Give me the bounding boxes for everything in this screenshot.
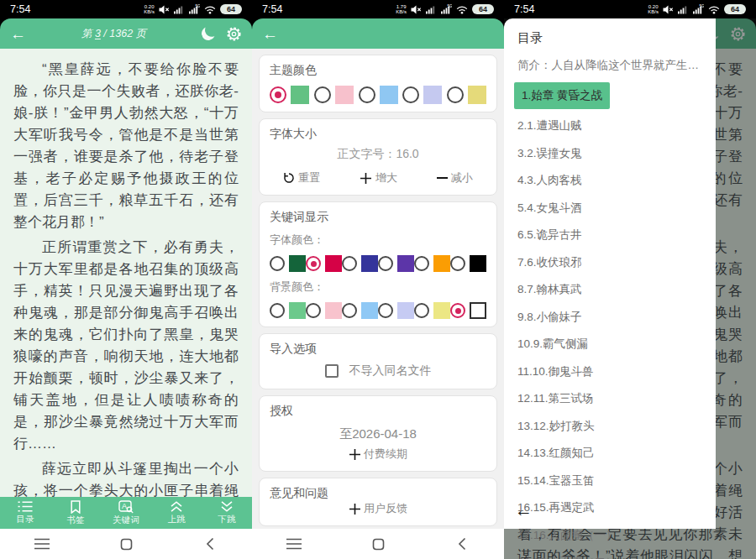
radio-icon[interactable] xyxy=(270,256,285,271)
color-swatch[interactable] xyxy=(289,302,306,319)
radio-icon[interactable] xyxy=(414,256,429,271)
settings-gear-icon[interactable] xyxy=(226,26,242,42)
toc-item[interactable]: 15.14.宝器玉笛 xyxy=(517,473,704,488)
color-option[interactable] xyxy=(414,302,450,319)
color-option[interactable] xyxy=(270,255,306,272)
color-option[interactable] xyxy=(378,255,414,272)
recents-button[interactable] xyxy=(0,529,84,559)
page-prefix: 第 xyxy=(81,28,95,39)
toc-item[interactable]: 16.15.再遇定武 xyxy=(517,500,704,515)
toc-back-arrow[interactable]: ← xyxy=(515,501,533,519)
color-option[interactable] xyxy=(378,302,414,319)
radio-icon[interactable] xyxy=(342,256,357,271)
current-page[interactable]: 3 xyxy=(95,28,101,39)
toc-item[interactable]: 7.6.收伏琅邪 xyxy=(517,255,704,270)
color-swatch[interactable] xyxy=(289,255,306,272)
toc-item[interactable]: 10.9.霸气侧漏 xyxy=(517,337,704,352)
color-swatch[interactable] xyxy=(335,86,354,104)
toc-item[interactable]: 18.17.人面瘤（二） xyxy=(517,555,704,559)
toolbar-keyword[interactable]: A关键词 xyxy=(101,497,151,529)
toc-item[interactable]: 4.3.人肉客栈 xyxy=(517,173,704,188)
radio-selected-icon[interactable] xyxy=(270,86,286,103)
color-swatch[interactable] xyxy=(433,255,450,272)
color-option[interactable] xyxy=(414,255,450,272)
toolbar-bookmark[interactable]: 书签 xyxy=(50,497,101,529)
radio-icon[interactable] xyxy=(414,303,429,318)
color-option[interactable] xyxy=(342,302,378,319)
color-swatch[interactable] xyxy=(397,302,414,319)
color-option[interactable] xyxy=(447,86,486,104)
color-swatch[interactable] xyxy=(380,86,398,104)
night-mode-icon[interactable] xyxy=(200,25,217,42)
color-swatch[interactable] xyxy=(325,255,342,272)
radio-icon[interactable] xyxy=(378,303,393,318)
home-button[interactable] xyxy=(84,529,168,559)
color-swatch[interactable] xyxy=(397,255,414,272)
back-arrow-icon[interactable]: ← xyxy=(262,26,278,42)
keyword-bg-color-options xyxy=(270,302,486,319)
color-option[interactable] xyxy=(342,255,378,272)
increase-font-button[interactable]: 增大 xyxy=(360,170,397,185)
toc-item[interactable]: 11.10.御鬼斗兽 xyxy=(517,364,704,379)
toc-intro-item[interactable]: 简介：人自从降临这个世界就产生了与之相… xyxy=(517,58,704,73)
radio-icon[interactable] xyxy=(314,86,331,103)
color-swatch[interactable] xyxy=(470,255,486,272)
color-swatch[interactable] xyxy=(468,86,486,104)
radio-icon[interactable] xyxy=(359,86,375,103)
color-option[interactable] xyxy=(306,255,342,272)
toc-item[interactable]: 14.13.红颜知己 xyxy=(517,446,704,461)
toc-item[interactable]: 5.4.女鬼斗酒 xyxy=(517,201,704,216)
keyword-font-color-options xyxy=(270,255,486,272)
toc-item[interactable]: 6.5.诡异古井 xyxy=(517,227,704,243)
radio-selected-icon[interactable] xyxy=(306,256,321,271)
radio-icon[interactable] xyxy=(270,303,285,318)
radio-selected-icon[interactable] xyxy=(450,303,465,318)
home-button[interactable] xyxy=(336,529,420,559)
toolbar-jump-up[interactable]: 上跳 xyxy=(151,497,202,529)
radio-icon[interactable] xyxy=(378,256,393,271)
toc-item-active[interactable]: 1.始章 黄昏之战 xyxy=(514,82,610,109)
radio-icon[interactable] xyxy=(306,303,321,318)
color-option[interactable] xyxy=(402,86,442,104)
toc-item[interactable]: 2.1.遭遇山贼 xyxy=(517,118,704,133)
color-swatch[interactable] xyxy=(433,302,450,319)
page-indicator[interactable]: 第 3 / 1362 页 xyxy=(26,27,202,41)
toolbar-toc[interactable]: 目录 xyxy=(0,497,50,529)
toc-item[interactable]: 13.12.妙打教头 xyxy=(517,419,704,434)
color-swatch[interactable] xyxy=(361,302,378,319)
color-swatch[interactable] xyxy=(470,302,486,319)
radio-icon[interactable] xyxy=(450,256,465,271)
color-option[interactable] xyxy=(450,255,486,272)
toc-item[interactable]: 9.8.小偷妹子 xyxy=(517,310,704,325)
color-swatch[interactable] xyxy=(423,86,442,104)
back-button[interactable] xyxy=(420,529,504,559)
color-swatch[interactable] xyxy=(325,302,342,319)
skip-duplicate-checkbox[interactable] xyxy=(325,364,339,378)
color-swatch[interactable] xyxy=(361,255,378,272)
recents-button[interactable] xyxy=(252,529,336,559)
license-expiry: 至2026-04-18 xyxy=(270,426,486,442)
color-option[interactable] xyxy=(270,302,306,319)
color-swatch[interactable] xyxy=(291,86,309,104)
toc-item[interactable]: 8.7.翰林真武 xyxy=(517,282,704,297)
novel-paragraph: “黑皇薛远，不要给你脸不要脸，你只是一个失败者，还朕你老-娘-朕！”金甲男人勃然… xyxy=(13,59,239,233)
color-option[interactable] xyxy=(314,86,354,104)
color-option[interactable] xyxy=(450,302,486,319)
back-button[interactable] xyxy=(168,529,252,559)
color-option[interactable] xyxy=(270,86,309,104)
toolbar-jump-down[interactable]: 下跳 xyxy=(202,497,252,529)
renew-button[interactable]: 付费续期 xyxy=(270,447,486,462)
radio-icon[interactable] xyxy=(402,86,419,103)
phone-toc: 7:540.20KB/s5G64 ← 第 3 / 1362 页 “黑皇薛远，不要… xyxy=(504,0,756,559)
toc-item[interactable]: 17.16.人面瘤（一） xyxy=(517,528,704,543)
toc-item[interactable]: 3.2.误撞女鬼 xyxy=(517,146,704,161)
back-arrow-icon[interactable]: ← xyxy=(10,26,26,42)
color-option[interactable] xyxy=(359,86,398,104)
decrease-font-button[interactable]: 减小 xyxy=(437,170,473,185)
user-feedback-button[interactable]: 用户反馈 xyxy=(270,501,486,516)
radio-icon[interactable] xyxy=(447,86,464,103)
radio-icon[interactable] xyxy=(342,303,357,318)
reset-font-button[interactable]: 重置 xyxy=(283,170,320,185)
color-option[interactable] xyxy=(306,302,342,319)
toc-item[interactable]: 12.11.第三试场 xyxy=(517,391,704,406)
